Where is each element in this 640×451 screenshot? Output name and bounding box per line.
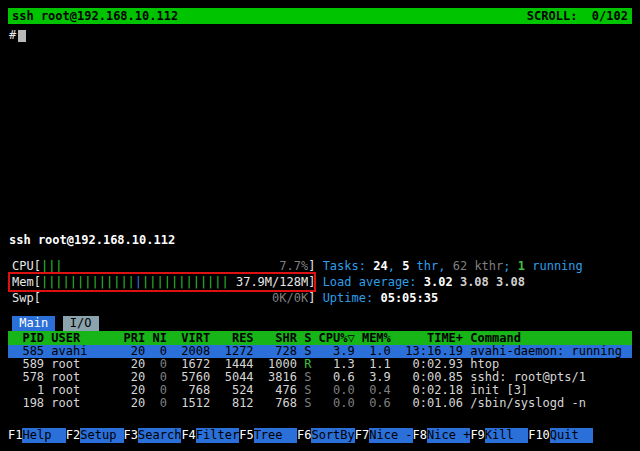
process-row[interactable]: 1 root 20 0 768 524 476 S 0.0 0.4 0:02.1… bbox=[8, 384, 632, 397]
fkey-kill[interactable]: F9Kill bbox=[470, 428, 528, 443]
fkey-label: Tree bbox=[254, 428, 297, 443]
fkey-label: Quit bbox=[550, 428, 593, 443]
fkey-key: F5 bbox=[239, 428, 253, 443]
swap-meter-row: Swp[0K/0K] Uptime: 05:05:35 bbox=[8, 290, 632, 306]
cpu-meter-value: 7.7% bbox=[279, 258, 308, 274]
bracket-close: ] bbox=[308, 274, 315, 290]
process-row[interactable]: 198 root 20 0 1512 812 768 S 0.0 0.6 0:0… bbox=[8, 397, 632, 410]
cell-command: htop bbox=[470, 358, 632, 371]
cell-res: 812 bbox=[210, 397, 253, 410]
load-15min: 3.08 bbox=[496, 275, 525, 289]
header-virt[interactable]: VIRT bbox=[167, 331, 210, 345]
tasks-info: Tasks: 24, 5 thr, 62 kthr; 1 running bbox=[323, 258, 583, 274]
fkey-key: F7 bbox=[355, 428, 369, 443]
cpu-meter-bars: ||| bbox=[41, 258, 63, 274]
kernel-threads: 62 kthr bbox=[453, 259, 504, 273]
header-state[interactable]: S bbox=[297, 331, 311, 345]
tab-io[interactable]: I/O bbox=[63, 316, 99, 331]
uptime-info: Uptime: 05:05:35 bbox=[323, 290, 439, 306]
cell-pid: 198 bbox=[8, 397, 44, 410]
header-shr[interactable]: SHR bbox=[254, 331, 297, 345]
header-mem[interactable]: MEM% bbox=[355, 331, 391, 345]
fkey-key: F3 bbox=[124, 428, 138, 443]
cell-mem: 0.6 bbox=[355, 397, 391, 410]
bracket-close: ] bbox=[308, 290, 315, 306]
header-command[interactable]: Command bbox=[470, 331, 632, 345]
header-time[interactable]: TIME+ bbox=[391, 331, 463, 345]
header-cpu[interactable]: CPU%▽ bbox=[311, 331, 354, 345]
process-row[interactable]: 578 root 20 0 5760 5044 3816 S 0.6 3.9 0… bbox=[8, 371, 632, 384]
cell-command: init [3] bbox=[470, 384, 632, 397]
header-res[interactable]: RES bbox=[210, 331, 253, 345]
spacer bbox=[8, 248, 632, 258]
cpu-meter: CPU[|||7.7%] bbox=[12, 258, 315, 274]
cell-virt: 1512 bbox=[167, 397, 210, 410]
fkey-nice-minus[interactable]: F7Nice - bbox=[355, 428, 413, 443]
tasks-sep: , bbox=[388, 259, 402, 273]
cell-command: /sbin/syslogd -n bbox=[470, 397, 632, 410]
tasks-label: Tasks: bbox=[323, 259, 374, 273]
fkey-key: F1 bbox=[8, 428, 22, 443]
swap-meter: Swp[0K/0K] bbox=[12, 290, 315, 306]
tab-main[interactable]: Main bbox=[12, 316, 55, 331]
terminal-screen: ssh root@192.168.10.112 SCROLL: 0/102 # … bbox=[0, 0, 640, 451]
header-ni[interactable]: NI bbox=[145, 331, 167, 345]
fkey-tree[interactable]: F5Tree bbox=[239, 428, 297, 443]
cell-command: sshd: root@pts/1 bbox=[470, 371, 632, 384]
tasks-count: 24 bbox=[373, 259, 387, 273]
fkey-filter[interactable]: F4Filter bbox=[181, 428, 239, 443]
fkey-key: F6 bbox=[297, 428, 311, 443]
bracket-open: [ bbox=[34, 290, 41, 306]
function-key-bar: F1Help F2Setup F3Search F4Filter F5Tree … bbox=[8, 428, 632, 443]
mem-meter-bars-buffers: | bbox=[135, 275, 142, 289]
swap-meter-label: Swp bbox=[12, 290, 34, 306]
threads-label: thr, bbox=[409, 259, 452, 273]
load-5min: 3.08 bbox=[460, 275, 496, 289]
cell-user: root bbox=[51, 358, 116, 371]
cell-ni: 0 bbox=[145, 397, 167, 410]
process-row[interactable]: 589 root 20 0 1672 1444 1000 R 1.3 1.1 0… bbox=[8, 358, 632, 371]
cpu-meter-row: CPU[|||7.7%] Tasks: 24, 5 thr, 62 kthr; … bbox=[8, 258, 632, 274]
mem-meter-bars: |||||||||||| bbox=[142, 275, 229, 289]
fkey-help[interactable]: F1Help bbox=[8, 428, 66, 443]
scroll-indicator: SCROLL: 0/102 bbox=[527, 9, 628, 23]
fkey-label: Nice + bbox=[427, 428, 470, 443]
screen-tabs: Main I/O bbox=[8, 316, 632, 331]
header-pid[interactable]: PID bbox=[8, 331, 44, 345]
fkey-sortby[interactable]: F6SortBy bbox=[297, 428, 355, 443]
text-cursor bbox=[18, 30, 26, 42]
uptime-label: Uptime: bbox=[323, 291, 381, 305]
load-info: Load average: 3.02 3.08 3.08 bbox=[323, 274, 525, 290]
load-1min: 3.02 bbox=[424, 275, 460, 289]
bracket-open: [ bbox=[34, 274, 41, 290]
fkey-quit[interactable]: F10Quit bbox=[528, 428, 593, 443]
prompt-symbol: # bbox=[9, 28, 16, 42]
cell-pri: 20 bbox=[116, 397, 145, 410]
cpu-meter-label: CPU bbox=[12, 258, 34, 274]
top-pane-title: ssh root@192.168.10.112 bbox=[12, 9, 178, 23]
top-pane-titlebar: ssh root@192.168.10.112 SCROLL: 0/102 bbox=[8, 8, 632, 24]
process-row-selected[interactable]: 585 avahi 20 0 2008 1272 728 S 3.9 1.0 1… bbox=[8, 345, 632, 358]
cell-user: root bbox=[51, 371, 116, 384]
cell-user: root bbox=[51, 397, 116, 410]
cell-user: root bbox=[51, 384, 116, 397]
running-label: running bbox=[525, 259, 583, 273]
process-table-header: PID USER PRI NI VIRT RES SHR S CPU%▽ MEM… bbox=[8, 331, 632, 345]
mem-meter-row: Mem[||||||||||||||||||||||||||37.9M/128M… bbox=[8, 274, 632, 290]
cell-state: S bbox=[297, 397, 311, 410]
header-pri[interactable]: PRI bbox=[116, 331, 145, 345]
fkey-nice-plus[interactable]: F8Nice + bbox=[413, 428, 471, 443]
shell-prompt[interactable]: # bbox=[9, 28, 26, 42]
fkey-setup[interactable]: F2Setup bbox=[66, 428, 124, 443]
swap-meter-value: 0K/0K bbox=[272, 290, 308, 306]
fkey-search[interactable]: F3Search bbox=[124, 428, 182, 443]
cell-shr: 768 bbox=[254, 397, 297, 410]
bracket-open: [ bbox=[34, 258, 41, 274]
header-user[interactable]: USER bbox=[51, 331, 116, 345]
bottom-pane-title: ssh root@192.168.10.112 bbox=[8, 232, 632, 248]
running-count: 1 bbox=[518, 259, 525, 273]
fkey-label: Filter bbox=[196, 428, 239, 443]
load-label: Load average: bbox=[323, 275, 424, 289]
spacer bbox=[8, 306, 632, 316]
fkey-key: F10 bbox=[528, 428, 550, 443]
